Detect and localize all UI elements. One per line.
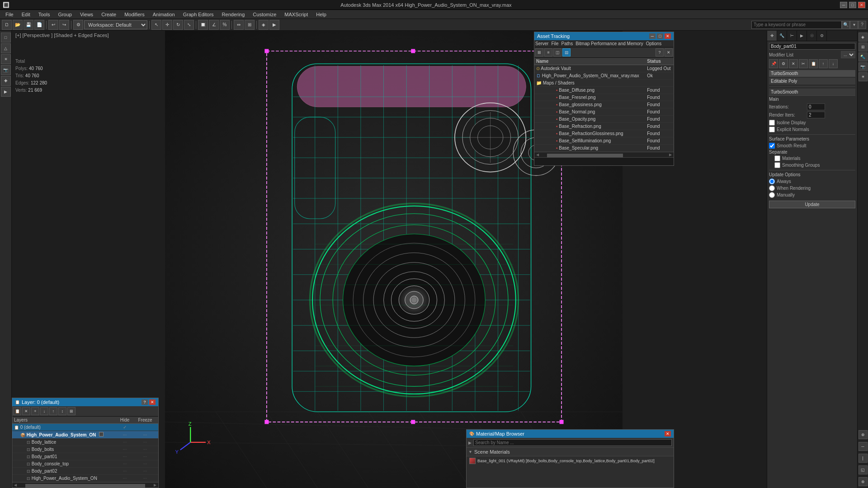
- layer-scroll-left[interactable]: ◀: [12, 483, 19, 487]
- fr-btn-2[interactable]: ⊞: [859, 42, 868, 52]
- create-geo-btn[interactable]: □: [1, 33, 11, 42]
- tab-create[interactable]: ✚: [767, 31, 777, 41]
- pin-btn[interactable]: 📌: [769, 59, 778, 68]
- search-button[interactable]: 🔍: [842, 21, 850, 29]
- open-btn[interactable]: 📂: [13, 20, 23, 30]
- asset-scrollbar[interactable]: ◀ ▶: [534, 152, 674, 157]
- asset-path-input[interactable]: [534, 157, 674, 165]
- manually-radio[interactable]: [769, 192, 775, 198]
- asset-menu-paths[interactable]: Paths: [561, 41, 573, 46]
- layer-tool-5[interactable]: ↑: [49, 407, 57, 415]
- menu-modifiers[interactable]: Modifiers: [121, 11, 148, 18]
- object-name-field[interactable]: [769, 43, 855, 50]
- menu-help[interactable]: Help: [312, 11, 330, 18]
- render-iters-input[interactable]: [807, 112, 825, 118]
- table-row[interactable]: ⊙ Autodesk Vault Logged Out: [534, 65, 674, 72]
- list-item[interactable]: 📋 0 (default) ✓: [12, 424, 158, 431]
- asset-tool-2[interactable]: ≡: [544, 48, 552, 56]
- iterations-input[interactable]: [807, 103, 825, 110]
- fr-btn-pin[interactable]: ⊕: [859, 430, 868, 439]
- mod-move-down-btn[interactable]: ↓: [829, 59, 838, 68]
- fr-btn-5[interactable]: ☀: [859, 72, 868, 81]
- mod-paste-btn[interactable]: 📋: [809, 59, 818, 68]
- table-row[interactable]: ▪ Base_Diffuse.png Found: [534, 87, 674, 94]
- asset-close-btn[interactable]: ✕: [665, 33, 671, 39]
- asset-tool-1[interactable]: ⊞: [535, 48, 543, 56]
- menu-rendering[interactable]: Rendering: [218, 11, 249, 18]
- asset-tool-4-active[interactable]: ▤: [562, 48, 571, 56]
- list-item[interactable]: 📦 High_Power_Audio_System_ON ··· ···: [12, 431, 158, 439]
- table-row[interactable]: ▪ Base_Opacity.png Found: [534, 116, 674, 123]
- table-row[interactable]: ▪ Base_Specular.png Found: [534, 145, 674, 152]
- asset-menu-options[interactable]: Options: [646, 41, 661, 46]
- always-radio[interactable]: [769, 178, 775, 184]
- angle-snap-btn[interactable]: ∠: [209, 20, 219, 30]
- modifier-item-turbosmooth[interactable]: TurboSmooth: [769, 70, 855, 77]
- material-close-btn[interactable]: ✕: [665, 431, 671, 436]
- new-btn[interactable]: 🗋: [2, 20, 12, 30]
- menu-group[interactable]: Group: [54, 11, 75, 18]
- menu-tools[interactable]: Tools: [35, 11, 54, 18]
- search-options-btn[interactable]: ▾: [850, 21, 858, 29]
- table-row[interactable]: ▪ Base_Normal.png Found: [534, 108, 674, 116]
- layer-tool-4[interactable]: ↓: [40, 407, 48, 415]
- help-btn[interactable]: ?: [858, 21, 866, 29]
- create-shape-btn[interactable]: △: [1, 43, 11, 53]
- move-btn[interactable]: ✛: [162, 20, 172, 30]
- search-input[interactable]: [751, 21, 842, 29]
- mod-cut-btn[interactable]: ✂: [799, 59, 808, 68]
- mod-move-up-btn[interactable]: ↑: [819, 59, 828, 68]
- layer-tool-1[interactable]: 📋: [13, 407, 21, 415]
- menu-file[interactable]: File: [2, 11, 17, 18]
- list-item[interactable]: ⊡ Body_part01 ··· ···: [12, 453, 158, 460]
- asset-menu-file[interactable]: File: [551, 41, 558, 46]
- rotate-btn[interactable]: ↻: [173, 20, 183, 30]
- asset-minimize-btn[interactable]: ─: [649, 33, 656, 39]
- material-editor-btn[interactable]: ◈: [259, 20, 269, 30]
- layer-tool-7[interactable]: ⊞: [67, 407, 75, 415]
- list-item[interactable]: ⊡ Body_lattice ··· ···: [12, 439, 158, 446]
- tab-hierarchy[interactable]: ⊢: [787, 31, 797, 41]
- snap-btn[interactable]: 🔲: [198, 20, 208, 30]
- table-row[interactable]: ▪ Base_RefractionGlossiness.png Found: [534, 130, 674, 137]
- scroll-right-btn[interactable]: ▶: [667, 153, 674, 157]
- menu-create[interactable]: Create: [98, 11, 120, 18]
- menu-graph-editors[interactable]: Graph Editors: [179, 11, 217, 18]
- layer-tool-6[interactable]: ↕: [58, 407, 66, 415]
- table-row[interactable]: 📁 Maps / Shaders: [534, 80, 674, 87]
- fr-btn-1[interactable]: ◈: [859, 33, 868, 42]
- list-item[interactable]: ⊡ Body_bolts ··· ···: [12, 446, 158, 453]
- render-btn[interactable]: ▶: [269, 20, 279, 30]
- scroll-left-btn[interactable]: ◀: [534, 153, 541, 157]
- list-item[interactable]: ⊡ Body_part02 ··· ···: [12, 468, 158, 475]
- layer-help-btn[interactable]: ?: [142, 399, 148, 405]
- asset-tool-3[interactable]: ◫: [553, 48, 561, 56]
- smoothing-groups-checkbox[interactable]: [774, 162, 780, 168]
- asset-help-btn[interactable]: ?: [656, 48, 664, 56]
- fr-btn-4[interactable]: 📷: [859, 62, 868, 71]
- materials-checkbox[interactable]: [774, 155, 780, 161]
- asset-menu-bitmap[interactable]: Bitmap Performance and Memory: [576, 41, 643, 46]
- tab-motion[interactable]: ▶: [797, 31, 807, 41]
- mod-delete-btn[interactable]: ✕: [789, 59, 798, 68]
- create-helper-btn[interactable]: ✚: [1, 76, 11, 86]
- render-setup-btn[interactable]: ⚙: [73, 20, 83, 30]
- redo-btn[interactable]: ↪: [59, 20, 69, 30]
- table-row[interactable]: ▪ Base_Selfillumination.png Found: [534, 137, 674, 145]
- layer-tool-3[interactable]: +: [31, 407, 39, 415]
- minimize-button[interactable]: ─: [840, 2, 847, 8]
- workspace-dropdown[interactable]: Workspace: Default: [84, 20, 147, 29]
- update-button[interactable]: Update: [769, 201, 855, 208]
- menu-customize[interactable]: Customize: [249, 11, 280, 18]
- mirror-btn[interactable]: ⇔: [234, 20, 244, 30]
- asset-resize-btn[interactable]: □: [657, 33, 663, 39]
- smooth-result-checkbox[interactable]: [769, 143, 775, 149]
- fr-btn-3[interactable]: 🔦: [859, 52, 868, 61]
- fr-btn-pin3[interactable]: |: [859, 454, 868, 463]
- menu-animation[interactable]: Animation: [149, 11, 179, 18]
- table-row[interactable]: 🗋 High_Power_Audio_System_ON_max_vray.ma…: [534, 72, 674, 80]
- maximize-button[interactable]: □: [849, 2, 856, 8]
- layer-tool-2[interactable]: ✕: [22, 407, 30, 415]
- asset-close2-btn[interactable]: ✕: [665, 48, 673, 56]
- explicit-normals-checkbox[interactable]: [769, 127, 775, 132]
